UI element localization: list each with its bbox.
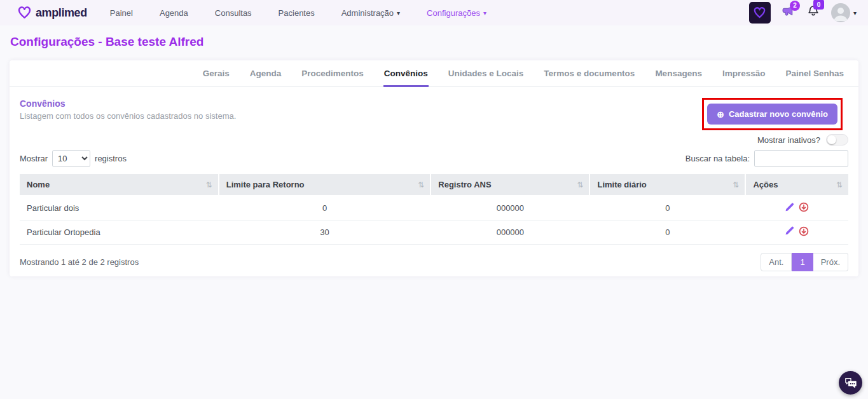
nav-item-pacientes[interactable]: Pacientes <box>279 8 315 18</box>
add-convenio-wrapper: ⊕ Cadastrar novo convênio <box>707 104 837 125</box>
sort-icon[interactable]: ⇅ <box>577 180 583 189</box>
top-navbar: amplimed Painel Agenda Consultas Pacient… <box>0 0 868 25</box>
section-header: Convênios Listagem com todos os convênio… <box>10 87 858 125</box>
records-label: registros <box>95 154 127 163</box>
pagination: Ant. 1 Próx. <box>761 253 848 271</box>
main-nav: Painel Agenda Consultas Pacientes Admini… <box>110 8 486 18</box>
table-row: Particular dois 0 000000 0 <box>20 196 848 220</box>
brand-name: amplimed <box>36 6 87 20</box>
edit-pencil-icon[interactable] <box>785 226 794 236</box>
support-chat-button[interactable] <box>839 371 862 395</box>
section-subtitle: Listagem com todos os convênios cadastra… <box>20 111 236 121</box>
nav-item-painel[interactable]: Painel <box>110 8 133 18</box>
cell-acoes <box>745 220 848 244</box>
cell-registro-ans: 000000 <box>431 196 589 220</box>
tab-termos-documentos[interactable]: Termos e documentos <box>543 69 635 87</box>
settings-tabs: Gerais Agenda Procedimentos Convênios Un… <box>10 60 858 87</box>
nav-item-configuracoes[interactable]: Configurações▾ <box>427 8 486 18</box>
table-footer: Mostrando 1 até 2 de 2 registros Ant. 1 … <box>10 245 858 280</box>
amplimed-heart-icon <box>18 6 31 19</box>
cell-nome: Particular Ortopedia <box>20 220 219 244</box>
notifications-count-badge: 0 <box>813 0 824 10</box>
nav-item-consultas[interactable]: Consultas <box>215 8 252 18</box>
deactivate-circle-down-icon[interactable] <box>799 202 809 212</box>
page-title: Configurações - Base teste Alfred <box>10 35 858 49</box>
table-search-input[interactable] <box>754 150 848 167</box>
chevron-down-icon: ▾ <box>397 10 400 17</box>
notifications-button[interactable]: 0 <box>806 4 820 21</box>
page-size-group: Mostrar 10 registros <box>20 150 127 167</box>
chevron-down-icon: ▾ <box>853 10 857 17</box>
tab-convenios[interactable]: Convênios <box>383 69 429 87</box>
cell-limite-retorno: 30 <box>219 220 431 244</box>
cell-limite-diario: 0 <box>589 220 745 244</box>
section-title: Convênios <box>20 98 236 109</box>
section-heading: Convênios Listagem com todos os convênio… <box>20 98 236 121</box>
show-label: Mostrar <box>20 154 48 163</box>
chevron-down-icon: ▾ <box>483 10 486 17</box>
table-row: Particular Ortopedia 30 000000 0 <box>20 220 848 244</box>
pagination-next-button[interactable]: Próx. <box>813 253 848 271</box>
cell-nome: Particular dois <box>20 196 219 220</box>
tab-mensagens[interactable]: Mensagens <box>654 69 703 87</box>
nav-item-agenda[interactable]: Agenda <box>160 8 188 18</box>
show-inactive-row: Mostrar inativos? <box>10 125 858 145</box>
cell-limite-diario: 0 <box>589 196 745 220</box>
user-menu-button[interactable]: ▾ <box>831 3 857 22</box>
workspace-tile-button[interactable] <box>749 2 771 24</box>
column-header-nome[interactable]: Nome⇅ <box>20 174 219 196</box>
avatar <box>831 3 850 22</box>
brand-logo[interactable]: amplimed <box>18 6 87 20</box>
tab-procedimentos[interactable]: Procedimentos <box>301 69 364 87</box>
announcements-button[interactable]: 2 <box>782 5 796 21</box>
column-header-limite-retorno[interactable]: Limite para Retorno⇅ <box>219 174 431 196</box>
amplimed-heart-icon <box>754 7 766 18</box>
table-controls-row: Mostrar 10 registros Buscar na tabela: <box>10 145 858 174</box>
table-search-group: Buscar na tabela: <box>685 150 848 167</box>
circle-plus-icon: ⊕ <box>717 110 724 119</box>
edit-pencil-icon[interactable] <box>785 203 794 212</box>
sort-icon[interactable]: ⇅ <box>418 180 424 189</box>
column-header-acoes[interactable]: Ações⇅ <box>745 174 848 196</box>
tab-painel-senhas[interactable]: Painel Senhas <box>785 69 844 87</box>
sort-icon[interactable]: ⇅ <box>733 180 739 189</box>
tab-agenda[interactable]: Agenda <box>249 69 282 87</box>
column-header-registro-ans[interactable]: Registro ANS⇅ <box>431 174 589 196</box>
settings-card: Gerais Agenda Procedimentos Convênios Un… <box>10 60 858 276</box>
table-header-row: Nome⇅ Limite para Retorno⇅ Registro ANS⇅… <box>20 174 848 196</box>
sort-icon[interactable]: ⇅ <box>836 180 843 189</box>
cell-limite-retorno: 0 <box>219 196 431 220</box>
show-inactive-toggle[interactable] <box>826 134 848 145</box>
announcements-count-badge: 2 <box>790 1 800 11</box>
search-label: Buscar na tabela: <box>685 154 750 163</box>
records-summary: Mostrando 1 até 2 de 2 registros <box>20 257 139 267</box>
add-convenio-button[interactable]: ⊕ Cadastrar novo convênio <box>707 104 837 125</box>
tab-impressao[interactable]: Impressão <box>722 69 766 87</box>
convenios-table: Nome⇅ Limite para Retorno⇅ Registro ANS⇅… <box>20 174 848 245</box>
cell-acoes <box>745 196 848 220</box>
page-size-select[interactable]: 10 <box>52 150 90 167</box>
pagination-prev-button[interactable]: Ant. <box>761 253 792 271</box>
pagination-current-page[interactable]: 1 <box>792 253 813 271</box>
tab-gerais[interactable]: Gerais <box>202 69 230 87</box>
navbar-right-icons: 2 0 ▾ <box>749 2 857 24</box>
tab-unidades-locais[interactable]: Unidades e Locais <box>448 69 525 87</box>
cell-registro-ans: 000000 <box>431 220 589 244</box>
show-inactive-label: Mostrar inativos? <box>757 135 820 145</box>
sort-icon[interactable]: ⇅ <box>206 180 212 189</box>
nav-item-administracao[interactable]: Administração▾ <box>341 8 400 18</box>
deactivate-circle-down-icon[interactable] <box>799 226 809 236</box>
column-header-limite-diario[interactable]: Limite diário⇅ <box>589 174 745 196</box>
chat-bubbles-icon <box>844 377 858 389</box>
toggle-knob <box>827 135 836 144</box>
